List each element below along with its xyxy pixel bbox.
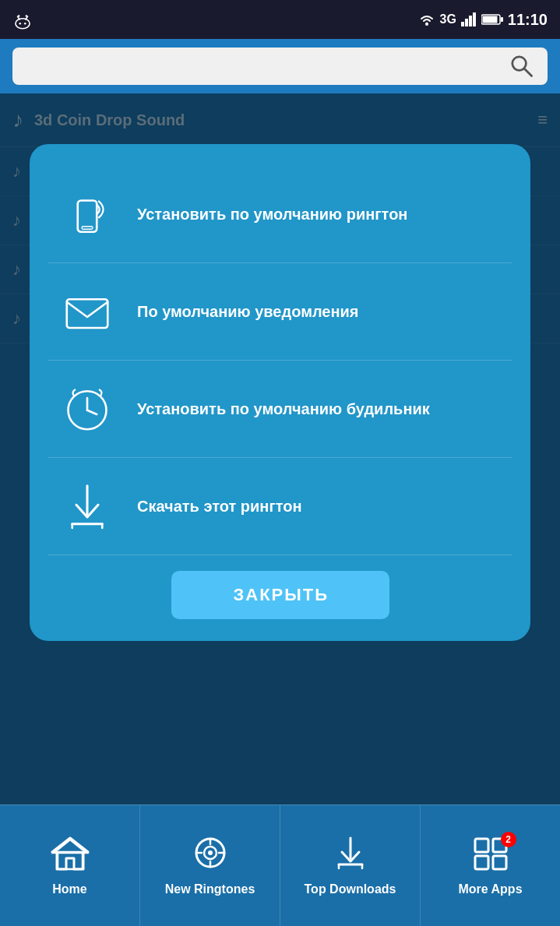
signal-icon [461,12,477,26]
search-button[interactable] [505,50,537,83]
svg-rect-44 [475,856,488,869]
options-modal: Установить по умолчанию рингтон По умолч… [30,144,530,641]
bottom-nav: Home New Ringtones [0,805,560,926]
svg-rect-9 [465,19,468,26]
svg-line-22 [87,410,97,414]
phone-vibrate-icon [56,183,118,245]
nav-item-top-downloads[interactable]: Top Downloads [280,805,421,926]
svg-point-1 [19,23,21,25]
set-alarm-option[interactable]: Установить по умолчанию будильник [48,361,512,458]
svg-rect-45 [493,856,506,869]
download-icon [56,475,118,537]
more-apps-icon-wrap: 2 [471,835,510,876]
set-ringtone-option[interactable]: Установить по умолчанию рингтон [48,166,512,263]
close-button-wrap: ЗАКРЫТЬ [48,571,512,619]
nav-item-new-ringtones[interactable]: New Ringtones [140,805,280,926]
status-time: 11:10 [508,11,548,29]
svg-rect-19 [67,299,108,328]
set-ringtone-text: Установить по умолчанию рингтон [137,204,407,224]
search-input[interactable] [23,59,505,73]
status-icons: 3G 11:10 [418,11,548,29]
nav-item-home[interactable]: Home [0,805,140,926]
svg-point-2 [24,23,26,25]
svg-point-37 [208,850,213,855]
nav-more-apps-label: More Apps [458,882,522,896]
close-button[interactable]: ЗАКРЫТЬ [171,571,389,619]
top-downloads-icon [331,835,370,876]
home-icon [51,835,90,876]
svg-point-0 [16,19,30,29]
svg-rect-13 [482,16,497,23]
battery-icon [481,13,503,26]
svg-point-7 [425,23,428,26]
nav-item-more-apps[interactable]: 2 More Apps [421,805,560,926]
nav-top-downloads-label: Top Downloads [305,882,396,896]
svg-point-5 [18,15,20,17]
svg-rect-42 [475,839,488,852]
set-notification-option[interactable]: По умолчанию уведомления [48,263,512,361]
nav-new-ringtones-label: New Ringtones [165,882,255,896]
svg-rect-29 [58,852,83,869]
set-alarm-text: Установить по умолчанию будильник [137,399,430,419]
more-apps-badge: 2 [501,832,516,847]
android-icon [12,9,33,30]
status-bar: 3G 11:10 [0,0,560,39]
svg-rect-18 [82,227,93,230]
wifi-icon [418,12,435,26]
svg-rect-11 [473,12,476,26]
svg-rect-8 [461,22,464,26]
new-ringtones-icon [191,835,230,876]
envelope-icon [56,280,118,343]
nav-home-label: Home [52,882,86,896]
svg-rect-10 [469,16,472,26]
download-text: Скачать этот рингтон [137,496,302,516]
svg-line-16 [524,69,532,76]
set-notification-text: По умолчанию уведомления [137,301,359,322]
search-icon [509,53,534,78]
clock-icon [56,378,118,440]
search-container[interactable] [12,48,548,85]
network-3g: 3G [440,12,456,26]
download-option[interactable]: Скачать этот рингтон [48,458,512,555]
search-bar [0,39,560,93]
svg-rect-17 [78,201,97,232]
svg-point-6 [26,15,28,17]
svg-rect-14 [501,17,503,22]
